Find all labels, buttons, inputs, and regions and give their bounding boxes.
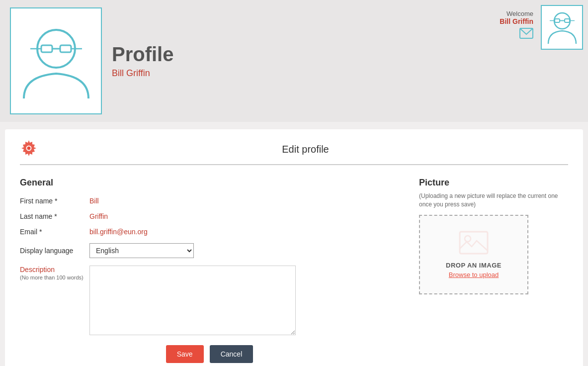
first-name-row: First name * Bill bbox=[20, 197, 399, 205]
form-buttons: Save Cancel bbox=[20, 345, 399, 363]
description-textarea[interactable] bbox=[89, 266, 296, 335]
svg-rect-16 bbox=[460, 232, 488, 254]
page-title: Profile bbox=[112, 43, 173, 66]
svg-point-15 bbox=[27, 147, 31, 150]
display-language-select[interactable]: English French German Spanish bbox=[89, 243, 194, 258]
image-drop-icon bbox=[459, 231, 489, 258]
header-avatar bbox=[10, 7, 102, 114]
description-hint: (No more than 100 words) bbox=[20, 274, 89, 280]
mail-icon-container[interactable] bbox=[500, 28, 533, 39]
first-name-value: Bill bbox=[89, 197, 99, 205]
welcome-name: Bill Griffin bbox=[500, 17, 533, 25]
cancel-button[interactable]: Cancel bbox=[210, 345, 253, 363]
last-name-value: Griffin bbox=[89, 212, 108, 220]
svg-point-17 bbox=[465, 236, 471, 242]
display-language-row: Display language English French German S… bbox=[20, 243, 399, 258]
svg-rect-9 bbox=[565, 19, 570, 22]
general-section-title: General bbox=[20, 178, 399, 188]
browse-to-upload-link[interactable]: Browse to upload bbox=[449, 271, 499, 278]
svg-rect-2 bbox=[60, 45, 71, 52]
picture-section-title: Picture bbox=[419, 178, 568, 188]
email-label: Email * bbox=[20, 228, 89, 236]
picture-hint: (Uploading a new picture will replace th… bbox=[419, 192, 568, 209]
email-value: bill.griffin@eun.org bbox=[89, 228, 148, 236]
gear-icon bbox=[20, 139, 38, 159]
last-name-label: Last name * bbox=[20, 212, 89, 220]
last-name-row: Last name * Griffin bbox=[20, 212, 399, 220]
welcome-label: Welcome bbox=[500, 10, 533, 17]
form-right: Picture (Uploading a new picture will re… bbox=[419, 178, 568, 363]
svg-rect-1 bbox=[41, 45, 52, 52]
description-label-block: Description (No more than 100 words) bbox=[20, 266, 89, 280]
description-label: Description bbox=[20, 266, 89, 274]
save-button[interactable]: Save bbox=[166, 345, 204, 363]
edit-profile-header: Edit profile bbox=[20, 139, 568, 165]
header-welcome: Welcome Bill Griffin bbox=[500, 10, 533, 39]
header: Profile Bill Griffin Welcome Bill Griffi… bbox=[0, 0, 588, 122]
display-language-label: Display language bbox=[20, 247, 89, 255]
main-content: Edit profile General First name * Bill L… bbox=[5, 129, 583, 366]
header-username: Bill Griffin bbox=[112, 68, 173, 79]
top-right-avatar bbox=[541, 5, 583, 50]
form-layout: General First name * Bill Last name * Gr… bbox=[20, 178, 568, 363]
drop-zone-text: DROP AN IMAGE bbox=[446, 262, 502, 269]
drop-zone[interactable]: DROP AN IMAGE Browse to upload bbox=[419, 215, 528, 294]
edit-profile-title: Edit profile bbox=[43, 144, 568, 155]
form-left: General First name * Bill Last name * Gr… bbox=[20, 178, 399, 363]
first-name-label: First name * bbox=[20, 197, 89, 205]
svg-rect-8 bbox=[555, 19, 560, 22]
description-row: Description (No more than 100 words) bbox=[20, 266, 399, 335]
header-title-block: Profile Bill Griffin bbox=[112, 43, 173, 79]
email-row: Email * bill.griffin@eun.org bbox=[20, 228, 399, 236]
